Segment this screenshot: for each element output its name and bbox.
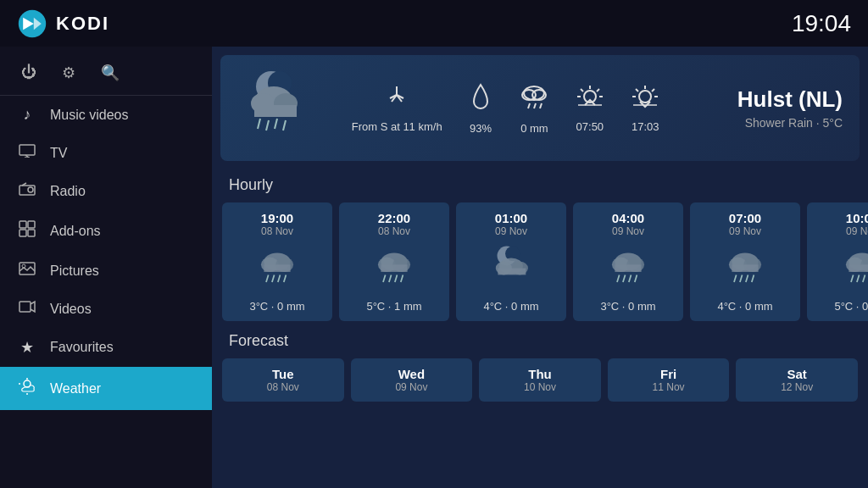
- sidebar-item-favourites[interactable]: ★ Favourites: [0, 328, 212, 367]
- svg-line-27: [266, 120, 269, 130]
- forecast-date: 08 Nov: [229, 381, 337, 393]
- svg-line-61: [278, 274, 281, 282]
- sunset-value: 17:03: [630, 120, 660, 133]
- rain-icon: [519, 81, 549, 118]
- sidebar-item-label: Pictures: [50, 263, 99, 279]
- hourly-card[interactable]: 01:00 09 Nov 4°C · 0 mm: [456, 202, 566, 321]
- sunset-icon: [630, 83, 660, 116]
- svg-line-98: [857, 274, 860, 282]
- svg-line-68: [389, 274, 392, 282]
- svg-rect-9: [19, 221, 26, 228]
- svg-point-48: [639, 91, 651, 103]
- sidebar-item-label: Add-ons: [50, 224, 101, 239]
- hourly-date: 08 Nov: [346, 225, 442, 237]
- weather-stats-row: From S at 11 km/h 93%: [339, 81, 673, 135]
- forecast-day: Thu: [486, 367, 594, 381]
- svg-line-81: [617, 274, 620, 282]
- wind-value: From S at 11 km/h: [352, 120, 442, 133]
- svg-line-99: [863, 274, 865, 282]
- hourly-weather-icon: [697, 244, 793, 296]
- svg-line-67: [383, 274, 386, 282]
- sidebar-item-pictures[interactable]: Pictures: [0, 252, 212, 290]
- hourly-date: 09 Nov: [580, 225, 676, 237]
- sidebar-item-tv[interactable]: TV: [0, 134, 212, 172]
- forecast-day: Tue: [229, 367, 337, 381]
- sidebar-item-label: Weather: [50, 381, 101, 396]
- svg-line-83: [629, 274, 632, 282]
- svg-rect-58: [264, 264, 290, 272]
- sidebar-item-videos[interactable]: Videos: [0, 290, 212, 328]
- forecast-card[interactable]: Tue 08 Nov: [222, 358, 344, 402]
- hourly-card[interactable]: 07:00 09 Nov 4°C · 0 mm: [690, 202, 800, 321]
- forecast-container: Tue 08 Nov Wed 09 Nov Thu 10 Nov Fri 11 …: [212, 354, 868, 406]
- sidebar-item-radio[interactable]: Radio: [0, 172, 212, 210]
- svg-line-45: [581, 89, 583, 92]
- hourly-time: 04:00: [580, 211, 676, 225]
- settings-icon[interactable]: ⚙: [62, 64, 75, 82]
- location-name: Hulst (NL): [690, 86, 843, 113]
- sidebar-item-weather[interactable]: Weather: [0, 367, 212, 410]
- svg-rect-12: [28, 230, 35, 236]
- forecast-section-title: Forecast: [212, 325, 868, 354]
- music-videos-icon: ♪: [17, 106, 37, 124]
- svg-line-40: [540, 103, 542, 108]
- forecast-day: Wed: [358, 367, 466, 381]
- sunrise-value: 07:50: [575, 120, 605, 133]
- svg-line-50: [652, 89, 654, 92]
- forecast-card[interactable]: Fri 11 Nov: [608, 358, 730, 402]
- svg-line-28: [275, 119, 277, 129]
- hourly-forecast-container: 19:00 08 Nov 3°C · 0 mm 22:00 08 Nov: [212, 198, 868, 325]
- clock-display: 19:04: [792, 10, 851, 37]
- sidebar-item-addons[interactable]: Add-ons: [0, 210, 212, 252]
- hourly-time: 22:00: [346, 211, 442, 225]
- svg-line-59: [266, 274, 269, 282]
- power-icon[interactable]: ⏻: [21, 64, 36, 82]
- svg-rect-3: [19, 145, 35, 155]
- svg-rect-88: [732, 264, 758, 272]
- svg-line-92: [752, 274, 754, 282]
- weather-icon: [17, 377, 37, 400]
- svg-line-29: [283, 120, 286, 130]
- forecast-card[interactable]: Sat 12 Nov: [736, 358, 858, 402]
- svg-line-84: [635, 274, 637, 282]
- hourly-card[interactable]: 19:00 08 Nov 3°C · 0 mm: [222, 202, 332, 321]
- hourly-date: 09 Nov: [814, 225, 868, 237]
- sunrise-icon: [575, 83, 605, 116]
- forecast-card[interactable]: Thu 10 Nov: [479, 358, 601, 402]
- humidity-value: 93%: [467, 122, 494, 135]
- svg-point-8: [28, 187, 33, 192]
- svg-rect-76: [498, 269, 526, 275]
- current-weather-icon: [237, 68, 322, 148]
- humidity-stat: 93%: [467, 81, 494, 135]
- forecast-date: 11 Nov: [615, 381, 723, 393]
- sunrise-stat: 07:50: [575, 83, 605, 133]
- kodi-logo-icon: [17, 8, 47, 39]
- header: KODI 19:04: [0, 0, 868, 47]
- svg-line-52: [636, 89, 638, 92]
- sidebar-item-label: TV: [50, 146, 67, 161]
- forecast-day: Sat: [743, 367, 851, 381]
- hourly-date: 08 Nov: [229, 225, 326, 237]
- svg-line-90: [740, 274, 743, 282]
- sidebar-item-label: Radio: [50, 184, 86, 199]
- hourly-date: 09 Nov: [463, 225, 559, 237]
- hourly-card[interactable]: 04:00 09 Nov 3°C · 0 mm: [573, 202, 683, 321]
- svg-rect-80: [615, 264, 641, 272]
- svg-rect-66: [381, 264, 407, 272]
- hourly-card[interactable]: 22:00 08 Nov 5°C · 1 mm: [339, 202, 449, 321]
- pictures-icon: [17, 262, 37, 280]
- hourly-section-title: Hourly: [212, 169, 868, 198]
- svg-line-89: [734, 274, 737, 282]
- search-icon[interactable]: 🔍: [101, 64, 120, 82]
- sidebar-item-music-videos[interactable]: ♪ Music videos: [0, 96, 212, 134]
- hourly-temp: 4°C · 0 mm: [697, 300, 793, 313]
- forecast-date: 10 Nov: [486, 381, 594, 393]
- sidebar-toolbar: ⏻ ⚙ 🔍: [0, 55, 212, 96]
- app-title: KODI: [56, 13, 109, 35]
- hourly-card[interactable]: 10:00 09 Nov 5°C · 0 mm: [807, 202, 868, 321]
- hourly-temp: 3°C · 0 mm: [229, 300, 326, 313]
- svg-line-43: [597, 89, 599, 92]
- sidebar-item-label: Music videos: [50, 108, 128, 123]
- svg-line-91: [746, 274, 748, 282]
- forecast-card[interactable]: Wed 09 Nov: [351, 358, 473, 402]
